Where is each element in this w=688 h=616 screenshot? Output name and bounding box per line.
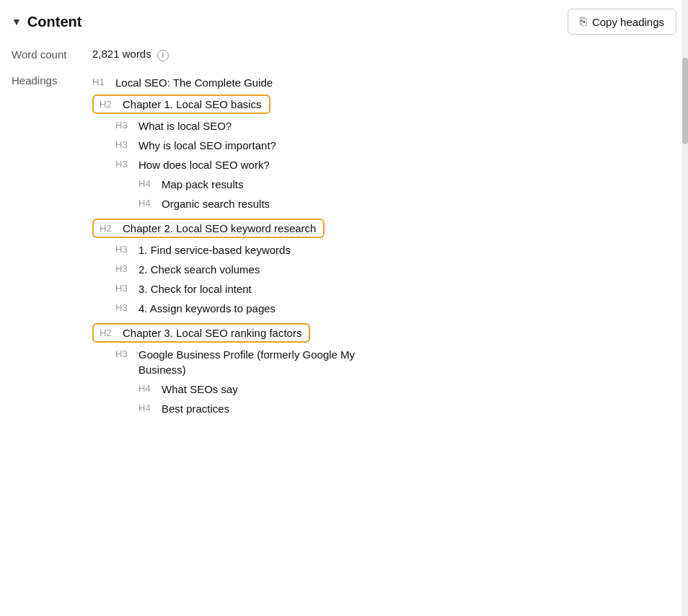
heading-text: Why is local SEO important? [138,138,276,153]
heading-text: Chapter 2. Local SEO keyword research [123,222,316,234]
heading-text: Chapter 1. Local SEO basics [123,98,262,110]
heading-tag: H4 [138,177,157,190]
heading-text: 3. Check for local intent [138,281,252,296]
header-row: ▼ Content ⎘ Copy headings [12,9,676,38]
heading-text: Best practices [162,401,229,416]
scrollbar-track [682,0,688,616]
heading-text: Map pack results [162,177,243,192]
heading-item: H3 Why is local SEO important? [115,136,676,155]
heading-item: H3 2. Check search volumes [115,260,676,279]
heading-item-highlighted: H2 Chapter 1. Local SEO basics [92,92,676,116]
heading-tag: H2 [100,222,118,234]
heading-text: Organic search results [162,196,270,211]
heading-text: 4. Assign keywords to pages [138,301,275,316]
heading-item-highlighted: H2 Chapter 2. Local SEO keyword research [92,216,676,240]
heading-item-highlighted: H2 Chapter 3. Local SEO ranking factors [92,321,676,345]
headings-tree: H1 Local SEO: The Complete Guide H2 Chap… [92,73,676,418]
heading-tag: H3 [115,118,134,132]
scrollbar-thumb[interactable] [682,58,688,144]
heading-tag: H1 [92,75,111,89]
word-count-value: 2,821 words i [92,48,169,61]
copy-headings-label: Copy headings [592,16,664,28]
heading-tag: H3 [115,262,134,276]
heading-text: Local SEO: The Complete Guide [115,75,273,90]
section-title: ▼ Content [12,14,81,30]
headings-row: Headings H1 Local SEO: The Complete Guid… [12,73,676,418]
heading-tag: H4 [138,382,157,395]
heading-text: What SEOs say [162,382,238,397]
heading-item: H4 Best practices [138,399,676,418]
heading-tag: H3 [115,347,134,361]
heading-tag: H3 [115,301,134,314]
heading-text: What is local SEO? [138,118,231,133]
headings-label: Headings [12,73,69,418]
heading-text: Google Business Profile (formerly Google… [138,347,355,377]
word-count-label: Word count [12,48,69,61]
heading-tag: H3 [115,242,134,256]
chevron-down-icon[interactable]: ▼ [12,16,22,27]
heading-text: 1. Find service-based keywords [138,242,291,258]
heading-item: H1 Local SEO: The Complete Guide [92,73,676,92]
info-icon[interactable]: i [157,50,169,61]
h2-highlighted-box: H2 Chapter 3. Local SEO ranking factors [92,323,310,343]
heading-tag: H2 [100,98,118,110]
word-count-row: Word count 2,821 words i [12,48,676,61]
heading-text: 2. Check search volumes [138,262,260,277]
heading-item: H4 What SEOs say [138,379,676,399]
heading-tag: H3 [115,281,134,295]
heading-item: H4 Organic search results [138,194,676,214]
copy-headings-button[interactable]: ⎘ Copy headings [568,9,676,35]
heading-text: Chapter 3. Local SEO ranking factors [123,327,301,339]
main-container: ▼ Content ⎘ Copy headings Word count 2,8… [0,0,688,427]
heading-item: H3 What is local SEO? [115,116,676,136]
heading-item: H3 How does local SEO work? [115,155,676,175]
heading-tag: H3 [115,157,134,171]
content-label: Content [27,14,82,30]
heading-item: H3 Google Business Profile (formerly Goo… [115,345,676,379]
heading-item: H4 Map pack results [138,175,676,194]
heading-item: H3 3. Check for local intent [115,279,676,299]
heading-tag: H4 [138,401,157,415]
h2-highlighted-box: H2 Chapter 1. Local SEO basics [92,94,270,114]
heading-item: H3 1. Find service-based keywords [115,240,676,260]
heading-item: H3 4. Assign keywords to pages [115,299,676,318]
h2-highlighted-box: H2 Chapter 2. Local SEO keyword research [92,219,325,238]
heading-text: How does local SEO work? [138,157,270,172]
heading-tag: H2 [100,327,118,338]
copy-icon: ⎘ [580,15,587,28]
heading-tag: H3 [115,138,134,151]
heading-tag: H4 [138,196,157,210]
